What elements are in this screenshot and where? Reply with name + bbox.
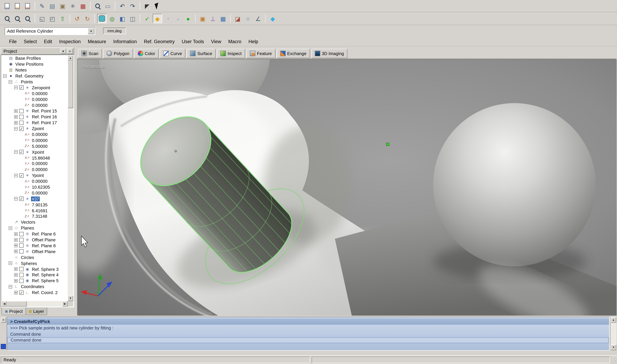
tree-row[interactable]: +✓∟Ref. Coord. 2	[1, 289, 68, 295]
menu-ref-geometry[interactable]: Ref. Geometry	[140, 38, 178, 45]
tree-item-label[interactable]: Spheres	[20, 261, 38, 265]
tree-vertical-scrollbar[interactable]: ▲ ▼	[68, 55, 73, 301]
expand-icon[interactable]: +	[14, 244, 18, 247]
chevron-down-icon[interactable]: ▼	[88, 28, 95, 34]
tree-item-label[interactable]: #37	[31, 196, 40, 201]
tree-item-label[interactable]: Planes	[20, 226, 35, 230]
import-tool-button[interactable]: ✎	[37, 1, 47, 11]
tree-row[interactable]: −●Ref. Geometry	[1, 73, 68, 79]
tree-item-label[interactable]: Ref. Sphere 3	[31, 267, 59, 271]
tree-row[interactable]: −○Spheres	[1, 260, 68, 266]
tree-checkbox[interactable]	[19, 232, 24, 236]
tree-checkbox[interactable]	[19, 244, 24, 248]
eraser-button[interactable]: ▭	[103, 1, 112, 11]
tree-row[interactable]: X↗0.00000	[1, 91, 68, 96]
tree-checkbox[interactable]	[19, 238, 24, 242]
tree-item-label[interactable]: Ref. Sphere 5	[31, 278, 59, 283]
tree-row[interactable]: Z↗0.00000	[1, 102, 68, 108]
tree-row[interactable]: ↗Vectors	[1, 219, 68, 225]
tree-row[interactable]: +⊕Ref. Plane 8	[1, 243, 68, 248]
tree-item-label[interactable]: Coordinates	[20, 284, 45, 289]
tree-item-label[interactable]: Base Profiles	[14, 56, 41, 61]
tree-row[interactable]: −✓∗Zeropoint	[1, 85, 68, 91]
section-view-button[interactable]: ◪	[233, 14, 242, 23]
pick-diamond-button[interactable]: ◆	[153, 14, 162, 23]
tree-row[interactable]: ▤Base Profiles	[1, 55, 68, 61]
collapse-icon[interactable]: −	[9, 285, 12, 288]
tree-row[interactable]: Y↗0.00000	[1, 137, 68, 143]
panel-tab-layer[interactable]: ▦Layer	[26, 307, 47, 315]
capture-image-button[interactable]: ▣	[58, 1, 67, 11]
close-icon[interactable]: ×	[1, 318, 6, 323]
tree-row[interactable]: +◉Ref. Sphere 3	[1, 266, 68, 272]
tree-item-label[interactable]: Offset Plane	[31, 249, 56, 254]
panel-tab-project[interactable]: ▣Project	[1, 307, 26, 315]
collapse-icon[interactable]: −	[14, 86, 18, 89]
expand-icon[interactable]: +	[14, 109, 18, 113]
shaded-view-button[interactable]	[97, 14, 107, 23]
tree-row[interactable]: +⊕Ref. Plane 6	[1, 231, 68, 237]
menu-user-tools[interactable]: User Tools	[178, 38, 207, 45]
menu-macro[interactable]: Macro	[225, 38, 245, 45]
tree-row[interactable]: X↗0.00000	[1, 131, 68, 137]
expand-icon[interactable]: +	[14, 273, 18, 277]
zoom-window-button[interactable]	[13, 14, 22, 23]
tree-item-label[interactable]: 7.90135	[31, 202, 48, 207]
pan-view-button[interactable]: ◰	[48, 14, 57, 23]
menu-inspection[interactable]: Inspection	[56, 38, 84, 45]
measure-angle-button[interactable]: ∠	[253, 14, 263, 23]
tab-surface[interactable]: Surface	[187, 49, 216, 58]
tree-row[interactable]: Z↗0.00000	[1, 167, 68, 172]
tree-item-label[interactable]: Zeropoint	[31, 85, 51, 90]
tree-item-label[interactable]: 0.00000	[31, 191, 48, 195]
expand-icon[interactable]: +	[14, 279, 18, 283]
tab-feature[interactable]: Feature	[246, 49, 275, 58]
tree-row[interactable]: Y↗10.62305	[1, 184, 68, 190]
split-window-button[interactable]: ◫	[128, 14, 137, 23]
scroll-up-icon[interactable]: ▲	[611, 317, 616, 323]
tree-item-label[interactable]: 0.00000	[31, 97, 48, 102]
expand-icon[interactable]: +	[14, 115, 18, 118]
tree-item-label[interactable]: Ref. Coord. 2	[31, 290, 58, 295]
tree-item-label[interactable]: 6.41691	[31, 208, 48, 213]
tree-item-label[interactable]: 0.00000	[31, 103, 48, 107]
tab-3d-imaging[interactable]: 3D Imaging	[311, 49, 347, 58]
tree-item-label[interactable]: 15.86048	[31, 156, 51, 160]
expand-icon[interactable]: +	[14, 232, 18, 236]
panel-menu-icon[interactable]: ▾	[60, 49, 66, 54]
tree-item-label[interactable]: Ref. Sphere 4	[31, 273, 59, 277]
wire-sphere-button[interactable]: ◔	[163, 14, 172, 23]
scroll-down-icon[interactable]: ▼	[611, 345, 616, 350]
tree-row[interactable]: −◇Planes	[1, 225, 68, 231]
collapse-icon[interactable]: −	[9, 226, 12, 230]
tree-checkbox[interactable]	[19, 120, 24, 125]
tab-scan[interactable]: Scan	[78, 49, 102, 58]
tree-item-label[interactable]: Ref. Point 17	[31, 120, 58, 125]
viewport[interactable]: Perspective	[77, 59, 616, 315]
tree-item-label[interactable]: 0.00000	[31, 91, 48, 96]
rotate-view-button[interactable]: ◱	[37, 14, 47, 23]
menu-view[interactable]: View	[207, 38, 225, 45]
console-scrollbar[interactable]: ▲ ▼	[610, 317, 617, 350]
tree-checkbox[interactable]: ✓	[19, 126, 24, 131]
3d-viewport-canvas[interactable]	[78, 59, 617, 316]
tree-item-label[interactable]: Vectors	[20, 220, 36, 224]
new-document-button[interactable]	[2, 1, 12, 11]
tree-row[interactable]: Z↗0.00000	[1, 190, 68, 196]
tab-polygon[interactable]: Polygon	[103, 49, 133, 58]
tree-item-label[interactable]: Circles	[20, 255, 35, 260]
solid-sphere-button[interactable]: ◕	[173, 14, 183, 23]
collapse-icon[interactable]: −	[9, 80, 12, 83]
tree-item-label[interactable]: 0.00000	[31, 161, 48, 166]
menu-file[interactable]: File	[5, 38, 20, 45]
menu-measure[interactable]: Measure	[84, 38, 110, 45]
mesh-grid-button[interactable]: ▦	[218, 14, 228, 23]
tree-checkbox[interactable]	[19, 279, 24, 283]
tab-curve[interactable]: Curve	[160, 49, 186, 58]
collapse-icon[interactable]: −	[9, 261, 12, 265]
open-document-button[interactable]	[13, 1, 22, 11]
tree-row[interactable]: −✓∗Zpoint	[1, 126, 68, 131]
collapse-icon[interactable]: −	[3, 74, 7, 78]
expand-icon[interactable]: +	[14, 267, 18, 271]
zoom-button[interactable]	[2, 14, 12, 23]
